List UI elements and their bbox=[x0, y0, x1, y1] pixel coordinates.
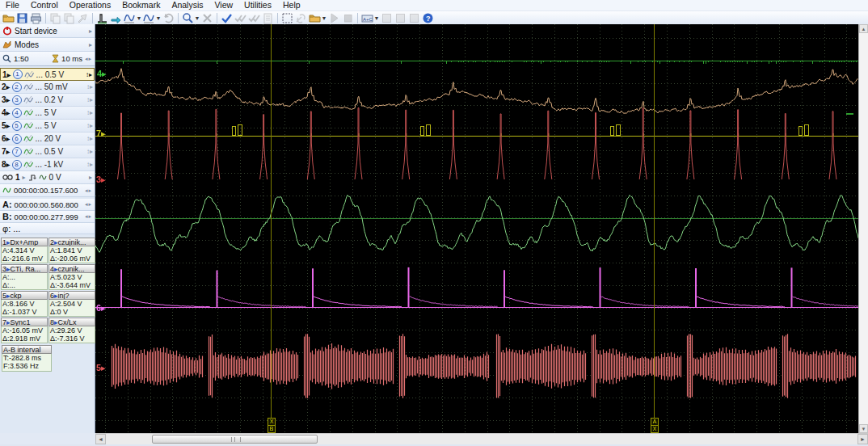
oscilloscope-display[interactable]: 4▸7▸3▸6▸5▸XBAX bbox=[95, 24, 858, 433]
cursor-a-row[interactable]: A: 000:00:00.560.800 ◂▸ bbox=[0, 199, 95, 211]
panel-title[interactable]: 6▸inj? bbox=[48, 291, 95, 300]
channel-zero-marker-3[interactable]: 3▸ bbox=[96, 175, 106, 184]
apply-button[interactable] bbox=[220, 12, 234, 24]
scrollbar-thumb[interactable] bbox=[152, 435, 318, 444]
channel-row-buttons[interactable]: ↕▸ bbox=[86, 96, 93, 103]
channel-row-8[interactable]: 8▸8... -1 kV↕▸ bbox=[0, 158, 95, 171]
channel-row-buttons[interactable]: ↕▸ bbox=[86, 83, 93, 90]
scroll-left-arrow[interactable]: ◄ bbox=[95, 434, 106, 444]
menu-item-control[interactable]: Control bbox=[25, 0, 64, 11]
horizontal-scrollbar[interactable]: ◄ ► bbox=[95, 433, 868, 444]
dropdown-arrow-icon[interactable]: ▼ bbox=[156, 15, 162, 21]
print-button[interactable] bbox=[29, 12, 43, 24]
channel-zero-marker-7[interactable]: 7▸ bbox=[96, 129, 106, 138]
menu-item-analysis[interactable]: Analysis bbox=[166, 0, 209, 11]
marker-spinner[interactable]: ◂▸ bbox=[85, 187, 92, 194]
channel-row-7[interactable]: 7▸7... 0.5 V↕▸ bbox=[0, 145, 95, 158]
scroll-up-arrow[interactable]: ▲ bbox=[859, 24, 868, 33]
scroll-down-arrow[interactable]: ▼ bbox=[859, 424, 868, 433]
channel-row-3[interactable]: 3▸3... 0.2 V↕▸ bbox=[0, 94, 95, 107]
channel-zero-marker-4[interactable]: 4▸ bbox=[97, 69, 107, 78]
cursor-b-spinner[interactable]: ◂▸ bbox=[85, 213, 92, 220]
channel-row-buttons[interactable]: ↕▸ bbox=[86, 71, 92, 78]
panel-value-delta: Δ:-20.06 mV bbox=[50, 255, 95, 263]
save-file-button[interactable] bbox=[15, 12, 29, 24]
open-file-button[interactable] bbox=[2, 12, 15, 24]
modes-button[interactable]: Modes ▸ bbox=[0, 38, 95, 52]
menu-item-utilities[interactable]: Utilities bbox=[238, 0, 277, 11]
measurement-panel-8[interactable]: 8▸Cx/LxA:29.26 VΔ:-7.316 V bbox=[48, 318, 95, 343]
start-device-button[interactable]: Start device ▸ bbox=[0, 24, 95, 38]
dropdown-arrow-icon[interactable]: ▼ bbox=[322, 15, 327, 21]
dropdown-arrow-icon[interactable]: ▼ bbox=[374, 15, 380, 21]
single-capture-button[interactable] bbox=[95, 12, 109, 24]
channel-index: 8▸ bbox=[2, 160, 11, 169]
channel-row-5[interactable]: 5▸5... 5 V↕▸ bbox=[0, 120, 95, 133]
measurement-panel-2[interactable]: 2▸czujnik...A:1.841 VΔ:-20.06 mV bbox=[48, 238, 95, 263]
channel-index: 4▸ bbox=[2, 108, 11, 117]
abc-analysis-button[interactable]: A+C▼ bbox=[360, 12, 380, 24]
dropdown-arrow-icon[interactable]: ▼ bbox=[137, 15, 142, 21]
sweep-spinner[interactable]: ◂▸ bbox=[85, 56, 92, 62]
apply-all-button bbox=[234, 12, 247, 24]
channel-range-value: ... 5 V bbox=[36, 121, 85, 130]
cursor-b-row[interactable]: B: 000:00:00.277.999 ◂▸ bbox=[0, 211, 95, 223]
channel-row-6[interactable]: 6▸6... 20 V↕▸ bbox=[0, 133, 95, 145]
scroll-right-arrow[interactable]: ► bbox=[857, 434, 868, 444]
sweep-time-value: 10 ms bbox=[61, 54, 82, 63]
select-region-button[interactable] bbox=[280, 12, 294, 24]
pan-mode-icon bbox=[110, 12, 122, 24]
panel-title[interactable]: 7▸Sync1 bbox=[1, 318, 48, 326]
vertical-scrollbar[interactable]: ▲ ▼ bbox=[858, 24, 868, 433]
channel-zero-marker-6[interactable]: 6▸ bbox=[96, 304, 106, 313]
pan-mode-button[interactable] bbox=[109, 12, 123, 24]
help-button[interactable]: ? bbox=[421, 12, 435, 24]
menu-item-bookmark[interactable]: Bookmark bbox=[116, 0, 166, 11]
channel-row-buttons[interactable]: ↕▸ bbox=[86, 135, 93, 142]
panel-title[interactable]: 2▸czujnik... bbox=[48, 238, 95, 246]
dropdown-arrow-icon[interactable]: ▼ bbox=[195, 15, 200, 21]
panel-title[interactable]: 3▸CTi, Ra... bbox=[1, 264, 48, 273]
channel-row-4[interactable]: 4▸4... 5 V↕▸ bbox=[0, 107, 95, 120]
panel-title[interactable]: 4▸czunik... bbox=[48, 264, 95, 273]
trigger-row[interactable]: 1 ▸ 0 V ▸ bbox=[0, 171, 95, 184]
panel-title[interactable]: 1▸Dx+Amp bbox=[1, 238, 48, 246]
open-file-icon bbox=[2, 12, 15, 24]
ab-interval-panel[interactable]: A-B interval T:-282.8 ms F:3.536 Hz bbox=[2, 345, 52, 372]
horizontal-scale-button[interactable]: ▼ bbox=[142, 12, 162, 24]
channel-row-1[interactable]: 1▸1... 0.5 V↕▸ bbox=[0, 68, 95, 81]
phase-row[interactable]: φ: ... bbox=[0, 223, 95, 234]
menu-item-operations[interactable]: Operations bbox=[64, 0, 116, 11]
menu-item-help[interactable]: Help bbox=[277, 0, 306, 11]
channel-row-buttons[interactable]: ↕▸ bbox=[86, 148, 93, 155]
menu-item-view[interactable]: View bbox=[209, 0, 239, 11]
panel-title[interactable]: 8▸Cx/Lx bbox=[48, 318, 95, 326]
channel-coupling-icon bbox=[23, 160, 34, 169]
measurement-panel-7[interactable]: 7▸Sync1A:-16.05 mVΔ:2.918 mV bbox=[1, 318, 48, 343]
open-script-button[interactable]: ▼ bbox=[308, 12, 327, 24]
channel-row-buttons[interactable]: ↕▸ bbox=[86, 161, 93, 168]
cursor-flag-x-1[interactable]: X bbox=[651, 425, 659, 433]
channel-row-buttons[interactable]: ↕▸ bbox=[86, 122, 93, 129]
waveform-canvas[interactable] bbox=[95, 24, 858, 433]
vertical-scale-button[interactable]: ▼ bbox=[123, 12, 142, 24]
tool-extra-3-button bbox=[407, 12, 421, 24]
search-signal-icon bbox=[182, 12, 194, 24]
cursor-flag-b-0[interactable]: B bbox=[268, 425, 276, 433]
panel-title[interactable]: 5▸ckp bbox=[1, 291, 48, 300]
channel-row-2[interactable]: 2▸2... 50 mV↕▸ bbox=[0, 81, 95, 94]
measurement-panel-6[interactable]: 6▸inj?A:2.504 VΔ:0 V bbox=[48, 291, 95, 317]
search-signal-button[interactable]: ▼ bbox=[181, 12, 200, 24]
toolbar: ▼▼▼▼A+C▼? bbox=[0, 11, 868, 25]
zoom-sweep-row[interactable]: 1:50 10 ms ◂▸ bbox=[0, 52, 95, 66]
run-script-button bbox=[327, 12, 341, 24]
marker-time-row[interactable]: 000:00:00.157.600 ◂▸ bbox=[0, 184, 95, 197]
menu-item-file[interactable]: File bbox=[0, 0, 25, 11]
cursor-a-spinner[interactable]: ◂▸ bbox=[85, 201, 92, 208]
channel-row-buttons[interactable]: ↕▸ bbox=[86, 109, 93, 116]
measurement-panel-4[interactable]: 4▸czunik...A:5.023 VΔ:-3.644 mV bbox=[48, 264, 95, 290]
measurement-panel-3[interactable]: 3▸CTi, Ra...A:...Δ:... bbox=[1, 264, 48, 290]
measurement-panel-5[interactable]: 5▸ckpA:8.166 VΔ:-1.037 V bbox=[1, 291, 48, 317]
channel-zero-marker-5[interactable]: 5▸ bbox=[96, 364, 106, 372]
measurement-panel-1[interactable]: 1▸Dx+AmpA:4.314 VΔ:-216.6 mV bbox=[1, 238, 48, 263]
